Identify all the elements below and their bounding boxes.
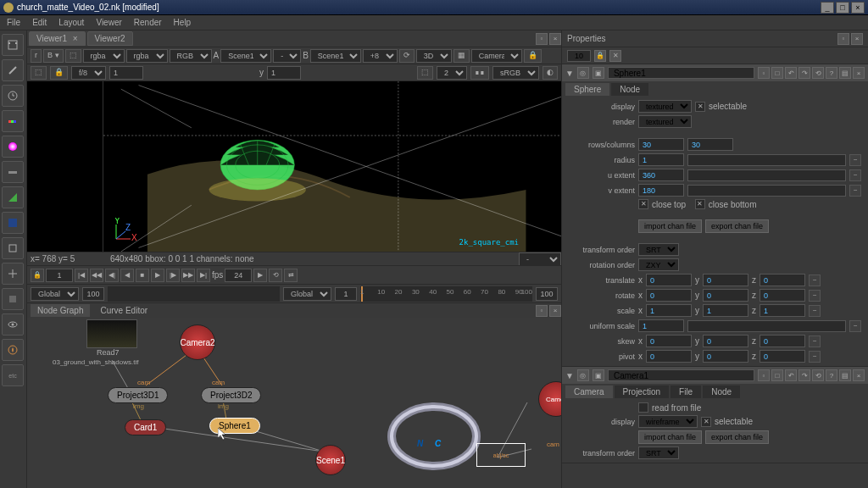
viewer-lock2-button[interactable]: 🔒 (50, 66, 68, 80)
node-card1[interactable]: Card1 (125, 419, 166, 435)
viewer-float-icon[interactable]: ▫ (536, 33, 548, 45)
frame-ruler[interactable] (108, 286, 280, 302)
fast-forward-button[interactable]: ▶| (197, 269, 210, 282)
viewer-srgb-select[interactable]: sRGB (492, 66, 539, 80)
uext-input[interactable] (638, 169, 684, 181)
tab-file[interactable]: File (670, 385, 701, 398)
viewer-frame-b-input[interactable] (267, 66, 301, 80)
tool-fire-icon[interactable] (2, 339, 24, 361)
panel-float-icon[interactable]: ▫ (758, 67, 770, 79)
radius-slider[interactable] (687, 154, 846, 166)
tab-nodegraph[interactable]: Node Graph (31, 304, 90, 317)
timeline-mode2-select[interactable]: Global (283, 287, 331, 301)
tool-cube-icon[interactable] (2, 288, 24, 310)
panel-close-icon[interactable]: × (853, 67, 865, 79)
radius-input[interactable] (638, 153, 684, 166)
viewer-fstop-select[interactable]: f/8 (71, 66, 106, 80)
transform-order-select[interactable]: SRT (638, 243, 679, 256)
cam-import-chan-button[interactable]: import chan file (638, 430, 702, 444)
uext-anim-button[interactable]: ~ (849, 169, 861, 181)
scale-anim-button[interactable]: ~ (809, 305, 821, 317)
vext-slider[interactable] (687, 185, 846, 197)
panel-redo-icon[interactable]: ↷ (798, 369, 810, 381)
selectable-check[interactable] (695, 102, 705, 112)
scale-z-input[interactable] (760, 304, 805, 317)
skew-y-input[interactable] (703, 335, 748, 347)
viewer-opts2-button[interactable]: ⬚ (31, 66, 47, 80)
tool-clock-icon[interactable] (2, 85, 24, 107)
tool-move-icon[interactable] (2, 263, 24, 285)
node-sphere1[interactable]: Sphere1 (209, 418, 260, 434)
viewer-rgba2-select[interactable]: rgba (126, 49, 168, 63)
closetop-check[interactable] (638, 199, 648, 209)
sync-button[interactable]: ⇄ (284, 269, 298, 282)
tab-sphere-node[interactable]: Node (611, 83, 648, 96)
viewer-close-icon[interactable]: × (549, 33, 561, 45)
panel-ab-icon[interactable]: ▤ (839, 67, 851, 79)
close-button[interactable]: × (851, 2, 865, 14)
readfromfile-check[interactable] (638, 402, 648, 413)
viewer-scene-a-select[interactable]: Scene1 (220, 49, 271, 63)
viewport-3d[interactable]: 2k_square_cmi YXZ (103, 81, 561, 252)
translate-anim-button[interactable]: ~ (809, 274, 821, 286)
panel-locate-icon[interactable]: ▣ (593, 369, 604, 381)
pivot-x-input[interactable] (646, 350, 692, 363)
play-forward-button[interactable]: ▶ (151, 269, 164, 282)
node-selection[interactable]: abj/sc (476, 443, 526, 467)
panel-revert-icon[interactable]: ⟲ (812, 369, 824, 381)
panel-ab-icon[interactable]: ▤ (839, 369, 851, 381)
tab-camera-node[interactable]: Node (703, 385, 740, 398)
node-scene1[interactable]: Scene1 (315, 445, 346, 475)
panel-undo-icon[interactable]: ↶ (785, 67, 797, 79)
panel-help-icon[interactable]: ? (826, 67, 837, 79)
tool-etc-icon[interactable]: etc (2, 364, 24, 386)
uniform-scale-slider[interactable] (687, 320, 846, 332)
menu-viewer[interactable]: Viewer (96, 18, 121, 27)
rotate-anim-button[interactable]: ~ (809, 290, 821, 302)
nodegraph-float-icon[interactable]: ▫ (536, 305, 548, 317)
panel-maximize-icon[interactable]: □ (771, 369, 783, 381)
panel-center-icon[interactable]: ◎ (577, 369, 589, 381)
rotate-z-input[interactable] (760, 289, 805, 302)
pivot-anim-button[interactable]: ~ (809, 351, 821, 363)
frame-end-input[interactable] (82, 287, 104, 301)
rewind-button[interactable]: |◀ (75, 269, 88, 282)
main-ruler[interactable]: 1 10 20 30 40 50 60 70 80 90 100 (360, 286, 532, 302)
viewer-refresh-button[interactable]: ⟳ (399, 49, 415, 63)
viewer-camera-select[interactable]: Camera1 (471, 49, 522, 63)
maximize-button[interactable]: □ (836, 2, 849, 14)
cam-export-chan-button[interactable]: export chan file (705, 430, 769, 444)
tool-eye-icon[interactable] (2, 313, 24, 336)
pivot-y-input[interactable] (703, 350, 748, 363)
panel-camera-name-input[interactable] (608, 369, 754, 381)
rotation-order-select[interactable]: ZXY (638, 258, 679, 271)
tab-camera[interactable]: Camera (565, 385, 613, 398)
tab-viewer1[interactable]: Viewer1 × (29, 31, 86, 46)
node-project3d2[interactable]: Project3D2 (201, 387, 261, 403)
uniform-scale-anim-button[interactable]: ~ (849, 320, 861, 332)
viewer-zoom-select[interactable]: +8 (363, 49, 398, 63)
tool-ramp-icon[interactable] (2, 186, 24, 208)
frame-end2-input[interactable] (536, 287, 558, 301)
skew-z-input[interactable] (760, 335, 805, 347)
panel-close-icon[interactable]: × (853, 369, 865, 381)
tool-layers-icon[interactable] (2, 237, 24, 259)
scale-y-input[interactable] (703, 304, 748, 317)
step-forward-button[interactable]: |▶ (166, 269, 180, 282)
tab-projection[interactable]: Projection (615, 385, 669, 398)
viewer-3d-select[interactable]: 3D (416, 49, 452, 63)
panel-sphere-name-input[interactable] (608, 67, 754, 79)
scale-x-input[interactable] (646, 304, 692, 317)
panel-center-icon[interactable]: ◎ (577, 67, 589, 79)
next-key-button[interactable]: ▶▶ (181, 269, 195, 282)
play-back-button[interactable]: ◀ (120, 269, 134, 282)
tool-brush-icon[interactable] (2, 59, 24, 81)
properties-lock-icon[interactable]: 🔒 (594, 50, 606, 62)
viewer-opts-button[interactable]: ⬚ (65, 49, 81, 63)
prev-key-button[interactable]: ◀◀ (90, 269, 103, 282)
panel-locate-icon[interactable]: ▣ (593, 67, 604, 79)
viewer-lock-button[interactable]: 🔒 (524, 49, 542, 63)
translate-y-input[interactable] (703, 274, 748, 286)
rows-input[interactable] (638, 138, 684, 151)
vext-anim-button[interactable]: ~ (849, 185, 861, 197)
